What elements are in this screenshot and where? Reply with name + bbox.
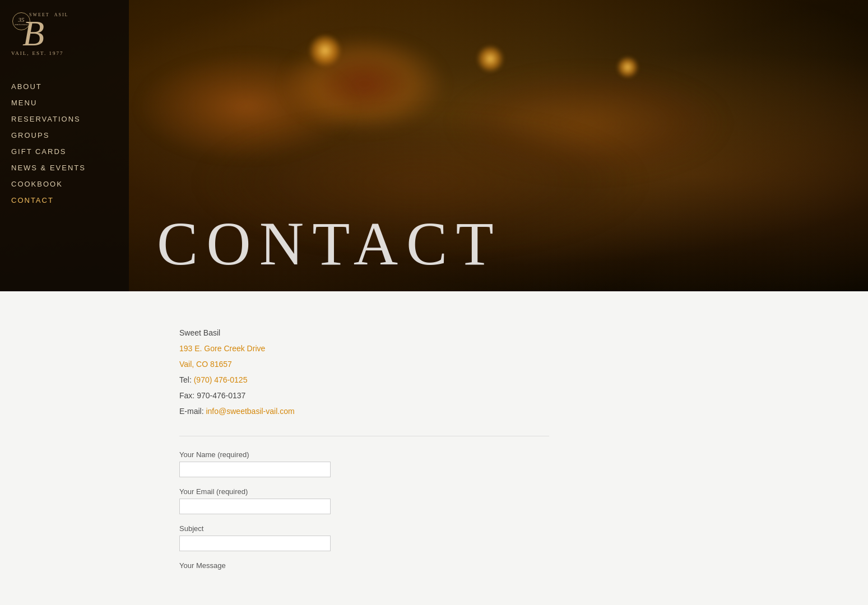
business-name: Sweet Basil	[179, 328, 220, 337]
logo-est: EST. 1977	[33, 50, 64, 56]
fax-label: Fax:	[179, 391, 194, 400]
logo: 35 anniversary SWEET ASIL B VAIL, EST. 1…	[11, 11, 78, 56]
email-link[interactable]: info@sweetbasil-vail.com	[206, 407, 294, 416]
sidebar-item-groups[interactable]: GROUPS	[11, 127, 129, 143]
hero-section: 35 anniversary SWEET ASIL B VAIL, EST. 1…	[0, 0, 868, 291]
logo-asil: ASIL	[54, 12, 69, 17]
hero-title-area: CONTACT	[157, 213, 868, 274]
name-input[interactable]	[179, 462, 331, 477]
address-line2-link[interactable]: Vail, CO 81657	[179, 360, 232, 369]
sidebar-item-news-events[interactable]: NEWS & EVENTS	[11, 160, 129, 176]
contact-info-block: Sweet Basil 193 E. Gore Creek Drive Vail…	[179, 325, 572, 419]
sidebar-item-menu[interactable]: MENU	[11, 95, 129, 111]
content-divider	[179, 436, 549, 436]
light-fixture-1	[308, 34, 342, 67]
light-fixture-2	[476, 45, 504, 73]
email-input[interactable]	[179, 499, 331, 514]
sidebar-item-cookbook[interactable]: COOKBOOK	[11, 176, 129, 192]
telephone-link[interactable]: (970) 476-0125	[194, 375, 248, 384]
hero-heading: CONTACT	[157, 213, 868, 274]
name-field-group: Your Name (required)	[179, 450, 549, 477]
subject-field-group: Subject	[179, 524, 549, 551]
sidebar-item-contact[interactable]: CONTACT	[11, 192, 129, 208]
email-field-group: Your Email (required)	[179, 487, 549, 514]
email-label: E-mail:	[179, 407, 204, 416]
message-label: Your Message	[179, 561, 549, 570]
anniversary-number: 35	[18, 16, 25, 23]
tel-label: Tel:	[179, 375, 192, 384]
logo-area: 35 anniversary SWEET ASIL B VAIL, EST. 1…	[11, 11, 129, 62]
address-line1-link[interactable]: 193 E. Gore Creek Drive	[179, 344, 265, 353]
name-label: Your Name (required)	[179, 450, 549, 459]
sidebar-item-about[interactable]: ABOUT	[11, 78, 129, 95]
message-field-group: Your Message	[179, 561, 549, 570]
email-label: Your Email (required)	[179, 487, 549, 496]
subject-label: Subject	[179, 524, 549, 533]
logo-vail: VAIL,	[11, 50, 30, 56]
anniversary-text: anniversary	[15, 23, 27, 26]
sidebar-item-reservations[interactable]: RESERVATIONS	[11, 111, 129, 127]
contact-form: Your Name (required) Your Email (require…	[179, 450, 549, 570]
fax-number: 970-476-0137	[197, 391, 245, 400]
light-fixture-3	[616, 56, 639, 78]
logo-letter: B	[22, 17, 78, 50]
subject-input[interactable]	[179, 536, 331, 551]
sidebar-item-gift-cards[interactable]: GIFT CARDS	[11, 143, 129, 160]
sidebar-nav: 35 anniversary SWEET ASIL B VAIL, EST. 1…	[0, 0, 129, 291]
main-content: Sweet Basil 193 E. Gore Creek Drive Vail…	[0, 291, 868, 605]
anniversary-badge: 35 anniversary	[12, 12, 30, 30]
